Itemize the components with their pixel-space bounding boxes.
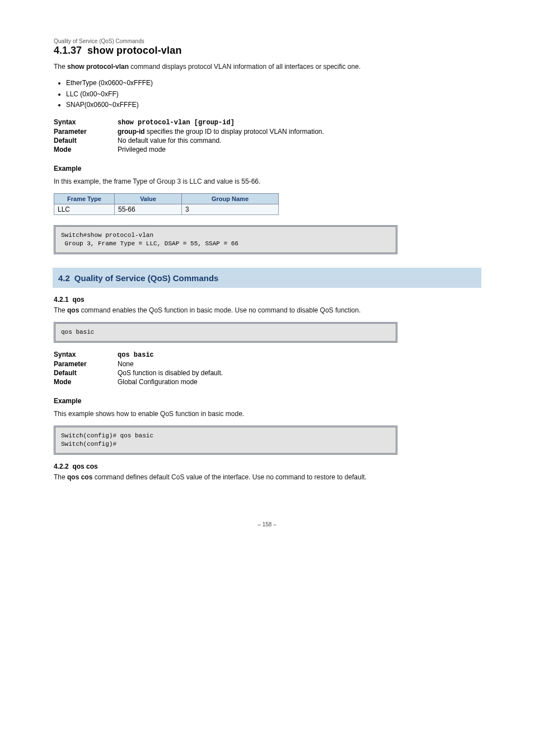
td-group-name: 3 — [182, 204, 279, 214]
parameter-row: Parameter group-id specifies the group I… — [54, 128, 480, 136]
subsection2-number: 4.2.2 — [54, 463, 69, 470]
td-frame-type: LLC — [54, 204, 115, 214]
section-number: 4.2 — [58, 273, 70, 283]
mode-row: Mode Privileged mode — [54, 146, 480, 153]
sub-example-line: This example shows how to enable QoS fun… — [54, 409, 480, 419]
syntax-label: Syntax — [54, 118, 110, 127]
sub-parameter-label: Parameter — [54, 360, 110, 368]
sub-cmd: qos — [67, 306, 81, 314]
sub-parameter-value: None — [118, 360, 134, 368]
page-footer: – 158 – — [54, 521, 480, 528]
heading-row: 4.1.37 show protocol-vlan — [54, 45, 480, 57]
bullet-item: SNAP(0x0600~0xFFFE) — [66, 100, 480, 110]
sub-mode-row: Mode Global Configuration mode — [54, 378, 480, 386]
table-row: LLC 55-66 3 — [54, 204, 279, 214]
mode-label: Mode — [54, 146, 110, 153]
subsection-heading: 4.2.1 qos — [54, 296, 480, 304]
section-title: Quality of Service (QoS) Commands — [74, 273, 219, 283]
syntax-box: qos basic — [54, 322, 397, 343]
bullet-list: EtherType (0x0600~0xFFFE) LLC (0x00~0xFF… — [54, 78, 480, 110]
sub2-cmd: qos cos — [67, 473, 95, 481]
intro-command: show protocol-vlan — [67, 63, 130, 71]
subsection-title: qos — [72, 296, 84, 304]
sub-rest: command enables the QoS function in basi… — [81, 306, 361, 314]
mode-value: Privileged mode — [118, 146, 166, 153]
subsection-intro: The qos command enables the QoS function… — [54, 306, 480, 315]
example-label: Example — [54, 165, 480, 172]
subsection2-intro: The qos cos command defines default CoS … — [54, 473, 480, 482]
th-group-name: Group Name — [182, 193, 279, 204]
sub-lead: The — [54, 306, 67, 314]
default-label: Default — [54, 137, 110, 144]
syntax-value: show protocol-vlan [group-id] — [118, 119, 235, 127]
syntax-row: Syntax show protocol-vlan [group-id] — [54, 118, 480, 127]
breadcrumb: Quality of Service (QoS) Commands — [54, 38, 480, 44]
sub-syntax-label: Syntax — [54, 351, 110, 359]
th-frame-type: Frame Type — [54, 193, 115, 204]
th-value: Value — [115, 193, 182, 204]
subsection-number: 4.2.1 — [54, 296, 69, 304]
sub-example-label: Example — [54, 397, 480, 405]
subsection2-title: qos cos — [72, 463, 97, 470]
td-value: 55-66 — [115, 204, 182, 214]
intro-paragraph: The show protocol-vlan command displays … — [54, 62, 480, 72]
section-bar: 4.2Quality of Service (QoS) Commands — [53, 268, 481, 288]
sub-syntax-row: Syntax qos basic — [54, 351, 480, 359]
subsection2-heading: 4.2.2 qos cos — [54, 463, 480, 470]
sub2-lead: The — [54, 473, 67, 481]
bullet-item: EtherType (0x0600~0xFFFE) — [66, 78, 480, 88]
sub-parameter-row: Parameter None — [54, 360, 480, 368]
default-row: Default No default value for this comman… — [54, 137, 480, 144]
heading-number: 4.1.37 — [54, 45, 82, 57]
example-intro: In this example, the frame Type of Group… — [54, 177, 480, 186]
sub-default-label: Default — [54, 369, 110, 377]
sub-default-value: QoS function is disabled by default. — [118, 369, 223, 377]
code-output-box: Switch#show protocol-vlan Group 3, Frame… — [54, 225, 397, 254]
sub-mode-label: Mode — [54, 378, 110, 386]
sub-default-row: Default QoS function is disabled by defa… — [54, 369, 480, 377]
parameter-label: Parameter — [54, 128, 110, 136]
parameter-value: group-id — [118, 128, 147, 136]
intro-lead: The — [54, 63, 67, 71]
sub-syntax-value: qos basic — [118, 351, 154, 359]
table-header-row: Frame Type Value Group Name — [54, 193, 279, 204]
sub-code-output-box: Switch(config)# qos basic Switch(config)… — [54, 426, 397, 455]
intro-rest: command displays protocol VLAN informati… — [130, 63, 360, 71]
sub2-rest: command defines default CoS value of the… — [95, 473, 367, 481]
heading-title: show protocol-vlan — [87, 45, 182, 57]
parameter-value-rest: specifies the group ID to display protoc… — [147, 128, 324, 136]
bullet-item: LLC (0x00~0xFF) — [66, 90, 480, 99]
default-value: No default value for this command. — [118, 137, 221, 144]
protocol-vlan-table: Frame Type Value Group Name LLC 55-66 3 — [54, 193, 279, 215]
sub-mode-value: Global Configuration mode — [118, 378, 198, 386]
